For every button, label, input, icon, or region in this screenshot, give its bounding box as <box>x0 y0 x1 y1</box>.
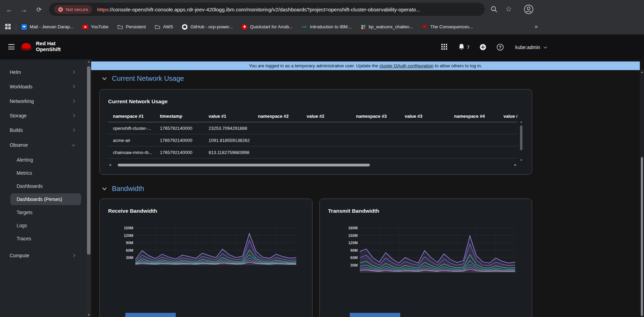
sidebar-item-label: Logs <box>17 223 27 228</box>
bookmark-aws-folder[interactable]: AWS <box>155 24 173 30</box>
menu-toggle-icon[interactable] <box>8 44 15 51</box>
column-header-namespace-1[interactable]: namespace #1 <box>108 114 155 119</box>
sidebar-item-observe[interactable]: Observe <box>0 138 86 152</box>
scroll-up-arrow[interactable]: ▲ <box>640 70 644 74</box>
sidebar-item-label: Metrics <box>17 170 32 176</box>
forward-icon: → <box>20 6 27 14</box>
sidebar-item-label: Networking <box>10 98 34 104</box>
table-row: openshift-cluster-...176579214000023253.… <box>108 122 517 134</box>
bookmark-label: Introduction to IBM... <box>310 24 352 29</box>
bookmarks-overflow-chevron[interactable]: » <box>535 23 538 30</box>
sidebar-item-label: Helm <box>10 69 21 75</box>
zoom-icon[interactable] <box>490 6 498 13</box>
sidebar-item-label: Builds <box>10 127 23 133</box>
y-axis-label: 120M <box>124 233 133 238</box>
column-header-value-3[interactable]: value #3 <box>400 114 449 119</box>
profile-avatar-icon[interactable] <box>523 4 534 15</box>
bookmark-consequences[interactable]: The Consequences... <box>422 24 473 30</box>
browser-toolbar: ← → ⟳ Not secure https://console-openshi… <box>0 0 644 19</box>
scroll-up-arrow[interactable]: ▲ <box>519 119 523 124</box>
sidebar-item-compute[interactable]: Compute <box>0 248 86 263</box>
table-vscroll-thumb[interactable] <box>520 125 522 150</box>
bookmark-github[interactable]: GitHub - ocp-power... <box>182 24 233 30</box>
sidebar-item-networking[interactable]: Networking <box>0 94 86 108</box>
sidebar-item-storage[interactable]: Storage <box>0 108 86 123</box>
apps-grid-icon[interactable] <box>5 23 11 30</box>
banner-text-before: You are logged in as a temporary adminis… <box>249 63 379 68</box>
not-secure-icon <box>58 7 63 12</box>
bookmark-mail[interactable]: Mail - Jeevan Darap... <box>21 24 74 30</box>
brand-line2: OpenShift <box>36 46 61 52</box>
column-header-timestamp[interactable]: timestamp <box>155 114 204 119</box>
column-header-namespace-4[interactable]: namespace #4 <box>449 114 499 119</box>
table-cell: 1091.818559138262 <box>204 138 253 143</box>
sidebar-item-builds[interactable]: Builds <box>0 123 86 137</box>
security-chip[interactable]: Not secure <box>54 5 92 14</box>
bookmark-label: GitHub - ocp-power... <box>190 24 233 29</box>
bookmark-youtube[interactable]: YouTube <box>83 24 108 29</box>
sidebar-item-label: Alerting <box>17 157 33 163</box>
address-bar[interactable]: Not secure https://console-openshift-con… <box>49 3 485 16</box>
bookmark-ansible[interactable]: Quickstart for Ansib... <box>242 24 293 30</box>
notification-count: 7 <box>467 45 470 50</box>
scroll-up-arrow[interactable]: ▲ <box>86 59 91 64</box>
back-button[interactable]: ← <box>4 4 15 15</box>
svg-text:?: ? <box>499 45 501 50</box>
folder-icon <box>155 24 160 30</box>
sidebar-item-label: Traces <box>17 236 31 241</box>
sidebar-item-dashboards-perses[interactable]: Dashboards (Perses) <box>10 193 81 205</box>
y-axis-label: 180M <box>348 225 358 230</box>
forward-button[interactable]: → <box>19 4 29 15</box>
chevron-down-icon <box>102 186 107 190</box>
help-icon[interactable]: ? <box>497 44 504 51</box>
sidebar-item-label: Targets <box>17 210 32 215</box>
scroll-left-arrow[interactable]: ◀ <box>109 162 111 168</box>
scroll-down-arrow[interactable]: ▼ <box>519 158 523 162</box>
lightning-icon <box>242 24 247 30</box>
sidebar-item-traces[interactable]: Traces <box>0 232 86 245</box>
sidebar-item-helm[interactable]: Helm <box>0 65 86 79</box>
add-plus-icon[interactable] <box>479 44 487 51</box>
sidebar-item-label: Observe <box>10 142 28 148</box>
transmit-y-labels: 180M150M120M90M60M30M <box>340 224 358 269</box>
scroll-down-arrow[interactable]: ▼ <box>86 313 91 317</box>
sidebar-item-logs[interactable]: Logs <box>0 219 86 232</box>
sidebar-item-alerting[interactable]: Alerting <box>0 153 86 166</box>
table-hscroll-thumb[interactable] <box>118 164 370 166</box>
sidebar-item-label: Dashboards (Perses) <box>17 196 62 202</box>
sidebar-scrollbar-thumb[interactable] <box>87 66 90 254</box>
sidebar-item-workloads[interactable]: Workloads <box>0 79 86 94</box>
bookmark-slack[interactable]: bp_watsonx_challen... <box>361 24 413 30</box>
scroll-right-arrow[interactable]: ▶ <box>515 162 517 168</box>
oauth-configuration-link[interactable]: cluster OAuth configuration <box>379 63 434 68</box>
bookmark-persistent-folder[interactable]: Persistent <box>117 24 146 30</box>
column-header-namespace-3[interactable]: namespace #3 <box>351 114 400 119</box>
column-header-namespace-2[interactable]: namespace #2 <box>253 114 302 119</box>
masthead: Red Hat OpenShift 7 ? kube:admin <box>0 35 644 59</box>
column-header-value-4[interactable]: value #4 <box>499 114 517 119</box>
reload-button[interactable]: ⟳ <box>34 4 44 15</box>
transmit-datazoom-slider[interactable] <box>350 313 400 317</box>
bookmark-edx[interactable]: Introduction to IBM... <box>302 24 352 30</box>
sidebar-item-targets[interactable]: Targets <box>0 206 86 219</box>
section-toggle-network-usage[interactable]: Current Network Usage <box>103 75 184 83</box>
y-axis-label: 60M <box>350 255 358 260</box>
brand-logo[interactable]: Red Hat OpenShift <box>19 40 61 52</box>
column-header-value-1[interactable]: value #1 <box>204 114 253 119</box>
table-row: acme-air17657921400001091.818559138262 <box>108 134 517 146</box>
user-menu[interactable]: kube:admin <box>515 45 547 50</box>
notifications-bell-icon[interactable] <box>459 44 464 50</box>
sidebar-item-dashboards[interactable]: Dashboards <box>0 180 86 193</box>
page-scrollbar-thumb[interactable] <box>641 157 643 316</box>
table-cell: 813.1182759683998 <box>204 150 253 155</box>
app-launcher-icon[interactable] <box>441 44 447 50</box>
column-header-value-2[interactable]: value #2 <box>302 114 351 119</box>
section-toggle-bandwidth[interactable]: Bandwidth <box>103 185 144 193</box>
table-cell: 1765792140000 <box>155 126 204 131</box>
receive-datazoom-slider[interactable] <box>125 313 176 317</box>
sidebar-item-metrics[interactable]: Metrics <box>0 166 86 180</box>
bookmark-star-icon[interactable]: ☆ <box>504 4 513 13</box>
banner-text-after: to allow others to log in. <box>434 63 482 68</box>
youtube-icon <box>83 25 88 29</box>
mail-icon <box>21 24 27 30</box>
